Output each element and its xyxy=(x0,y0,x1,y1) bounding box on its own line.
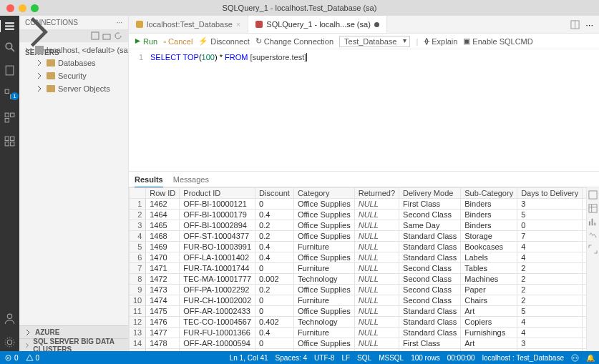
cell[interactable]: NULL xyxy=(354,285,399,295)
cell[interactable]: 3 xyxy=(517,338,583,349)
cell[interactable]: 0 xyxy=(517,220,583,231)
cell[interactable]: NULL xyxy=(354,306,399,317)
minimize-window[interactable] xyxy=(19,4,26,12)
table-row[interactable]: 11462OFF-BI-100001210Office SuppliesNULL… xyxy=(130,199,587,210)
cell[interactable]: 2 xyxy=(517,263,583,274)
cell[interactable]: First Class xyxy=(399,199,461,210)
cell[interactable]: FUR-BO-10003991 xyxy=(180,242,255,252)
table-row[interactable]: 61470OFF-LA-100014020.4Office SuppliesNU… xyxy=(130,252,587,263)
cell[interactable]: 0 xyxy=(255,263,294,274)
status-connection[interactable]: localhost : Test_Database xyxy=(482,354,564,362)
cell[interactable]: 1470 xyxy=(146,252,180,263)
tree-folder[interactable]: Server Objects xyxy=(19,82,128,95)
status-notifications[interactable]: 🔔 xyxy=(586,354,595,362)
server-node[interactable]: localhost, <default> (sa) xyxy=(19,44,128,56)
cell[interactable]: 5 xyxy=(517,210,583,220)
column-header[interactable]: Days to Delivery xyxy=(517,188,583,199)
cell[interactable]: 4 xyxy=(517,242,583,252)
column-header[interactable]: Product ID xyxy=(180,188,255,199)
cell[interactable]: Labels xyxy=(461,252,517,263)
cell[interactable]: OFF-BI-10002894 xyxy=(180,220,255,231)
cell[interactable]: TEC-CO-10004567 xyxy=(180,317,255,328)
cell[interactable]: 4 xyxy=(517,317,583,328)
cell[interactable]: Binders xyxy=(461,199,517,210)
cell[interactable]: OFF-AR-10002433 xyxy=(180,306,255,317)
cell[interactable]: 0.4 xyxy=(255,210,294,220)
table-row[interactable]: 31465OFF-BI-100028940.2Office SuppliesNU… xyxy=(130,220,587,231)
cell[interactable]: NULL xyxy=(354,263,399,274)
cell[interactable]: OFF-ST-10004377 xyxy=(180,231,255,242)
activity-item[interactable] xyxy=(4,135,16,150)
refresh-icon[interactable] xyxy=(114,31,122,40)
cell[interactable]: 0.4 xyxy=(255,252,294,263)
cell[interactable]: Storage xyxy=(461,231,517,242)
status-lang[interactable]: SQL xyxy=(357,354,371,362)
table-row[interactable]: 91473OFF-PA-100022920.2Office SuppliesNU… xyxy=(130,285,587,295)
column-header[interactable]: Discount xyxy=(255,188,294,199)
cell[interactable]: 2 xyxy=(517,295,583,306)
cell[interactable]: 1474 xyxy=(146,295,180,306)
disconnect-button[interactable]: ⚡ Disconnect xyxy=(198,36,249,46)
table-row[interactable]: 41468OFF-ST-100043770.2Office SuppliesNU… xyxy=(130,231,587,242)
status-feedback[interactable] xyxy=(571,354,579,362)
cell[interactable]: Office Supplies xyxy=(293,210,354,220)
cell[interactable]: 0 xyxy=(255,338,294,349)
sidebar-panel[interactable]: AZURE xyxy=(19,325,128,338)
results-grid[interactable]: Row IDProduct IDDiscountCategoryReturned… xyxy=(129,187,586,351)
cell[interactable]: Furnishings xyxy=(461,328,517,338)
enable-sqlcmd-button[interactable]: ▣ Enable SQLCMD xyxy=(463,36,532,46)
split-editor-icon[interactable] xyxy=(570,20,580,29)
cell[interactable]: NULL xyxy=(354,252,399,263)
cell[interactable]: Bookcases xyxy=(461,242,517,252)
cell[interactable]: 0.2 xyxy=(255,285,294,295)
cell[interactable]: Office Supplies xyxy=(293,252,354,263)
cell[interactable]: NULL xyxy=(354,210,399,220)
cell[interactable]: OFF-BI-10000121 xyxy=(180,199,255,210)
database-select[interactable]: Test_Database xyxy=(339,36,410,47)
cell[interactable]: 1476 xyxy=(146,317,180,328)
table-row[interactable]: 121476TEC-CO-100045670.402TechnologyNULL… xyxy=(130,317,587,328)
status-spaces[interactable]: Spaces: 4 xyxy=(276,354,307,362)
status-warnings[interactable]: 0 xyxy=(26,354,40,362)
editor-tab[interactable]: SQLQuery_1 - localh...se (sa) xyxy=(248,16,387,33)
table-row[interactable]: 131477FUR-FU-100013660.4FurnitureNULLSta… xyxy=(130,328,587,338)
activity-settings[interactable] xyxy=(4,336,16,351)
cell[interactable]: OFF-PA-10002292 xyxy=(180,285,255,295)
cell[interactable]: 1475 xyxy=(146,306,180,317)
more-icon[interactable]: ··· xyxy=(117,19,122,26)
code-editor[interactable]: 1 SELECT TOP(100) * FROM [superstore.tes… xyxy=(129,49,599,171)
cell[interactable]: NULL xyxy=(354,220,399,231)
cell[interactable]: Standard Class xyxy=(399,306,461,317)
cell[interactable]: Binders xyxy=(461,210,517,220)
cell[interactable]: 4 xyxy=(517,252,583,263)
cell[interactable]: NULL xyxy=(354,199,399,210)
status-mssql[interactable]: MSSQL xyxy=(379,354,404,362)
table-row[interactable]: 71471FUR-TA-100017440FurnitureNULLSecond… xyxy=(130,263,587,274)
cell[interactable]: Furniture xyxy=(293,263,354,274)
cell[interactable]: 1464 xyxy=(146,210,180,220)
column-header[interactable]: Row ID xyxy=(146,188,180,199)
cell[interactable]: 7 xyxy=(517,231,583,242)
cell[interactable]: 5 xyxy=(517,306,583,317)
close-window[interactable] xyxy=(6,4,14,12)
cell[interactable]: 1471 xyxy=(146,263,180,274)
maximize-icon[interactable] xyxy=(588,245,598,254)
cell[interactable]: Second Class xyxy=(399,210,461,220)
activity-source-control[interactable] xyxy=(4,88,16,103)
cell[interactable]: First Class xyxy=(399,338,461,349)
cell[interactable]: Technology xyxy=(293,274,354,285)
cell[interactable]: Tables xyxy=(461,263,517,274)
table-row[interactable]: 51469FUR-BO-100039910.4FurnitureNULLStan… xyxy=(130,242,587,252)
cell[interactable]: 2 xyxy=(517,274,583,285)
cell[interactable]: 0 xyxy=(255,306,294,317)
activity-extensions[interactable] xyxy=(4,112,16,127)
tab-results[interactable]: Results xyxy=(135,172,163,187)
cell[interactable]: 0.4 xyxy=(255,328,294,338)
column-header[interactable]: Returned? xyxy=(354,188,399,199)
cell[interactable]: Paper xyxy=(461,285,517,295)
cell[interactable]: Office Supplies xyxy=(293,306,354,317)
cell[interactable]: Binders xyxy=(461,220,517,231)
cell[interactable]: Office Supplies xyxy=(293,231,354,242)
explain-button[interactable]: ᚖ Explain xyxy=(424,36,457,46)
cell[interactable]: Standard Class xyxy=(399,252,461,263)
